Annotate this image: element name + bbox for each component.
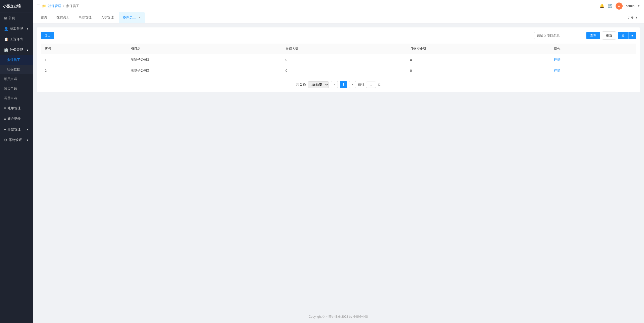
next-page-button[interactable]: › <box>349 81 356 88</box>
tabbar: 首页 在职员工 离职管理 入职管理 参保员工 ✕ 更多 ▼ <box>33 12 644 23</box>
topbar-right: 🔔 🔄 A admin ▼ <box>599 3 640 10</box>
cell-action: 详情 <box>550 54 636 65</box>
avatar: A <box>616 3 623 10</box>
sidebar-menu: ⊞ 首页 👤 员工管理 ▼ 📋 工资详情 🏢 社保管理 ▲ 参保员工 社保数据 … <box>0 13 33 323</box>
sidebar-item-insured-employee[interactable]: 参保员工 <box>0 55 33 65</box>
sidebar-item-label: 账户记录 <box>8 117 21 121</box>
table-row: 2 测试子公司2 0 0 详情 <box>41 65 636 76</box>
query-button[interactable]: 查询 <box>586 32 600 39</box>
tabs-container: 首页 在职员工 离职管理 入职管理 参保员工 ✕ <box>37 12 145 23</box>
tab-home[interactable]: 首页 <box>37 12 51 23</box>
breadcrumb-separator: › <box>63 4 64 8</box>
tab-close-icon[interactable]: ✕ <box>138 16 141 19</box>
content-card: 导出 查询 重置 新 ▼ 序号 项目名 <box>37 27 640 92</box>
invoice-icon: ≡ <box>4 127 6 131</box>
sidebar-item-label: 社保管理 <box>10 48 23 52</box>
reset-button[interactable]: 重置 <box>602 31 616 40</box>
system-icon: ⚙ <box>4 138 7 142</box>
sidebar-item-home[interactable]: ⊞ 首页 <box>0 13 33 23</box>
sidebar-item-label: 账单管理 <box>8 106 21 111</box>
cell-index: 2 <box>41 65 127 76</box>
topbar: ☰ 📁 社保管理 › 参保员工 🔔 🔄 A admin ▼ <box>33 0 644 12</box>
sidebar-item-social-data[interactable]: 社保数据 <box>0 65 33 74</box>
employee-icon: 👤 <box>4 27 8 31</box>
sidebar-item-system[interactable]: ⚙ 系统设置 ▼ <box>0 135 33 145</box>
app-logo: 小薇企业端 <box>0 0 33 13</box>
pagination: 共 2 条 10条/页 20条/页 50条/页 ‹ 1 › 前往 页 <box>41 81 636 88</box>
account-icon: ≡ <box>4 117 6 121</box>
table-body: 1 测试子公司3 0 0 详情 2 测试子公司2 0 0 详情 <box>41 54 636 76</box>
sidebar-item-remove-member[interactable]: 减员申请 <box>0 84 33 93</box>
detail-link[interactable]: 详情 <box>554 58 560 61</box>
page-jump: 前往 页 <box>358 82 381 88</box>
breadcrumb-social[interactable]: 社保管理 <box>48 4 61 8</box>
cell-index: 1 <box>41 54 127 65</box>
sidebar: 小薇企业端 ⊞ 首页 👤 员工管理 ▼ 📋 工资详情 🏢 社保管理 ▲ 参保员工… <box>0 0 33 323</box>
data-table: 序号 项目名 参保人数 月缴交金额 操作 1 测试子公司3 0 0 详情 2 测… <box>41 44 636 76</box>
folder-icon: 📁 <box>42 4 46 8</box>
cell-name: 测试子公司2 <box>127 65 281 76</box>
tab-active-employee[interactable]: 在职员工 <box>52 12 73 23</box>
sidebar-item-invoice[interactable]: ≡ 开票管理 ▼ <box>0 124 33 135</box>
cell-amount: 0 <box>406 65 550 76</box>
export-button[interactable]: 导出 <box>41 32 54 39</box>
tab-resign[interactable]: 离职管理 <box>74 12 96 23</box>
sidebar-item-salary[interactable]: 📋 工资详情 <box>0 34 33 45</box>
sidebar-item-base-adjust[interactable]: 调基申请 <box>0 93 33 103</box>
cell-count: 0 <box>281 65 406 76</box>
cell-amount: 0 <box>406 54 550 65</box>
sidebar-item-employee[interactable]: 👤 员工管理 ▼ <box>0 23 33 34</box>
sidebar-item-account[interactable]: ≡ 账户记录 <box>0 114 33 124</box>
table-header: 序号 项目名 参保人数 月缴交金额 操作 <box>41 44 636 54</box>
refresh-icon[interactable]: 🔄 <box>608 4 613 8</box>
sidebar-item-label: 开票管理 <box>8 127 21 132</box>
col-name: 项目名 <box>127 44 281 54</box>
cell-name: 测试子公司3 <box>127 54 281 65</box>
sidebar-item-bill[interactable]: ≡ 账单管理 <box>0 103 33 114</box>
toolbar: 导出 查询 重置 新 ▼ <box>41 31 636 40</box>
topbar-left: ☰ 📁 社保管理 › 参保员工 <box>37 4 79 8</box>
sidebar-item-label: 员工管理 <box>10 26 23 31</box>
content-area: 导出 查询 重置 新 ▼ 序号 项目名 <box>33 23 644 311</box>
home-icon: ⊞ <box>4 16 7 20</box>
page-1-button[interactable]: 1 <box>340 81 347 88</box>
sidebar-item-add-member[interactable]: 增员申请 <box>0 74 33 84</box>
toolbar-left: 导出 <box>41 32 54 39</box>
sidebar-item-label: 系统设置 <box>9 138 22 142</box>
footer-text: Copyright © 小薇企业端 2023 by 小薇企业端 <box>309 315 368 318</box>
page-size-select[interactable]: 10条/页 20条/页 50条/页 <box>308 81 329 88</box>
admin-username[interactable]: admin <box>626 4 634 8</box>
table-row: 1 测试子公司3 0 0 详情 <box>41 54 636 65</box>
salary-icon: 📋 <box>4 37 8 41</box>
col-amount: 月缴交金额 <box>406 44 550 54</box>
cell-action: 详情 <box>550 65 636 76</box>
detail-link[interactable]: 详情 <box>554 68 560 72</box>
page-jump-input[interactable] <box>366 82 376 88</box>
collapse-icon[interactable]: ☰ <box>37 4 40 8</box>
admin-chevron: ▼ <box>637 5 640 7</box>
col-action: 操作 <box>550 44 636 54</box>
social-icon: 🏢 <box>4 48 8 52</box>
bill-icon: ≡ <box>4 106 6 110</box>
page-jump-suffix: 页 <box>378 82 381 87</box>
sidebar-social-submenu: 参保员工 社保数据 <box>0 55 33 74</box>
add-dropdown-button[interactable]: ▼ <box>628 32 636 39</box>
footer: Copyright © 小薇企业端 2023 by 小薇企业端 <box>33 311 644 323</box>
chevron-up-icon: ▲ <box>26 49 29 51</box>
cell-count: 0 <box>281 54 406 65</box>
sidebar-item-label: 首页 <box>9 16 15 20</box>
bell-icon[interactable]: 🔔 <box>599 4 605 8</box>
sidebar-item-label: 工资详情 <box>10 37 23 42</box>
pagination-total: 共 2 条 <box>296 82 306 87</box>
page-jump-prefix: 前往 <box>358 82 365 87</box>
tab-insured[interactable]: 参保员工 ✕ <box>119 12 145 23</box>
col-count: 参保人数 <box>281 44 406 54</box>
more-tabs-button[interactable]: 更多 ▼ <box>625 13 640 22</box>
prev-page-button[interactable]: ‹ <box>331 81 338 88</box>
chevron-down-icon: ▼ <box>26 27 29 30</box>
sidebar-item-social[interactable]: 🏢 社保管理 ▲ <box>0 45 33 55</box>
search-input[interactable] <box>534 32 584 39</box>
add-button[interactable]: 新 <box>618 32 628 39</box>
tab-onboard[interactable]: 入职管理 <box>97 12 118 23</box>
chevron-down-icon: ▼ <box>26 139 29 141</box>
